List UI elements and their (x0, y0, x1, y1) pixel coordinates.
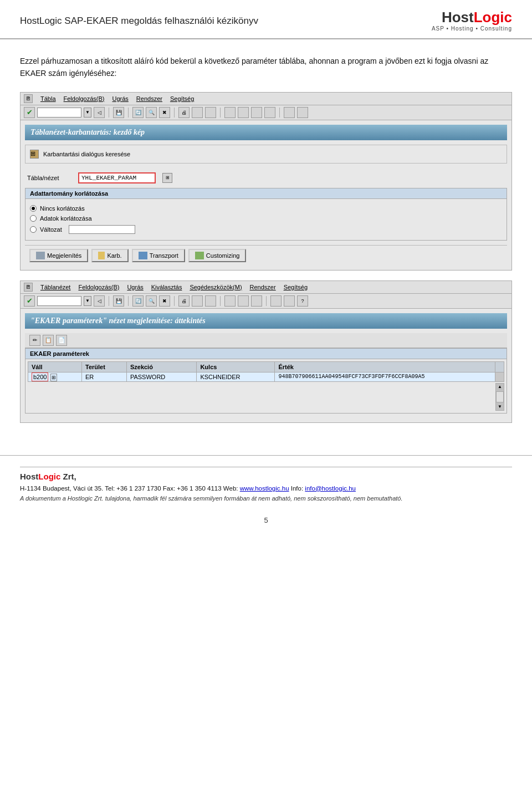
toolbar2-btn-5[interactable] (205, 295, 216, 307)
scrollbar[interactable]: ▲ ▼ (495, 383, 504, 411)
sap-bottom-bar-1: Megjelenítés Karb. Transzport Customizin… (25, 245, 507, 266)
toolbar-sep-2 (128, 108, 129, 118)
menu2-ugras[interactable]: Ugrás (127, 284, 143, 290)
sap-section-ekaer: EKAER paraméterek Váll Terület Szekció K… (25, 348, 507, 414)
toolbar2-combo-arrow[interactable]: ▼ (84, 296, 91, 306)
search-small-btn[interactable]: ⊞ (50, 374, 57, 381)
sap-screen-1: 🖹 Tábla Feldolgozás(B) Ugrás Rendszer Se… (20, 92, 512, 271)
transzport-icon (139, 252, 147, 259)
page-header: HostLogic SAP-EKAER megoldás felhasználó… (0, 0, 532, 39)
toolbar2-back-btn[interactable]: ◁ (94, 295, 105, 307)
table-tool-2[interactable]: 📋 (43, 335, 54, 346)
panel-icon-1: ⊞ (30, 150, 39, 159)
toolbar-btn-2[interactable]: 🔍 (146, 107, 157, 118)
toolbar2-sep-3 (174, 296, 175, 306)
menu-tabla[interactable]: Tábla (40, 95, 56, 102)
toolbar2-btn-9[interactable] (270, 295, 282, 307)
cell-scroll (495, 372, 504, 381)
table-tool-1[interactable]: ✏ (29, 335, 40, 346)
toolbar-back-btn[interactable]: ◁ (94, 107, 105, 118)
toolbar2-btn-1[interactable]: 🔄 (132, 295, 144, 307)
menu2-tablanezet[interactable]: Táblanézet (40, 284, 70, 290)
menu-segitseg[interactable]: Segítség (170, 95, 194, 102)
icon-2: 🔍 (149, 110, 155, 115)
toolbar-btn-7[interactable] (238, 107, 249, 118)
table-view-input[interactable] (78, 172, 156, 183)
stop-icon-2: ✖ (162, 298, 167, 304)
table-view-btn[interactable]: ⊞ (162, 173, 172, 183)
footer-web-label: Web: (223, 485, 238, 492)
variant-input[interactable] (69, 225, 135, 234)
toolbar2-btn-8[interactable] (251, 295, 262, 307)
section-restrict-title: Adattartomány korlátozása (25, 188, 507, 199)
toolbar-check-btn[interactable]: ✔ (24, 107, 35, 118)
page-footer: HostLogic Zrt, H-1134 Budapest, Váci út … (0, 455, 532, 511)
toolbar-save-btn[interactable]: 💾 (113, 107, 124, 118)
page-number: 5 (0, 516, 532, 524)
scroll-down-btn[interactable]: ▼ (498, 404, 502, 410)
menu2-segedeszk[interactable]: Segédeszközök(M) (190, 284, 242, 290)
menu-ugras[interactable]: Ugrás (112, 95, 129, 102)
toolbar-btn-10[interactable] (284, 107, 295, 118)
toolbar-sep-1 (109, 108, 109, 118)
icon-3: ✖ (162, 110, 167, 115)
radio-variant-btn[interactable] (30, 226, 37, 233)
toolbar-btn-11[interactable] (297, 107, 308, 118)
menu2-segitseg[interactable]: Segítség (284, 284, 308, 290)
btn-karb[interactable]: Karb. (91, 249, 128, 262)
table-tool-3[interactable]: 📄 (56, 335, 67, 346)
toolbar-btn-4[interactable] (192, 107, 203, 118)
table-header-row: Váll Terület Szekció Kulcs Érték (28, 361, 504, 372)
toolbar2-btn-10[interactable] (284, 295, 295, 307)
footer-email-link[interactable]: info@hostlogic.hu (305, 485, 356, 492)
toolbar2-sep-1 (109, 296, 109, 306)
toolbar2-btn-6[interactable] (224, 295, 236, 307)
toolbar2-btn-7[interactable] (238, 295, 249, 307)
radio-data-restrict: Adatok korlátozása (30, 213, 502, 223)
toolbar-btn-8[interactable] (251, 107, 262, 118)
print-icon: 🖨 (182, 110, 187, 115)
vall-input[interactable]: b200 (32, 373, 48, 381)
save-icon-2: 💾 (116, 298, 122, 304)
menu2-rendszer[interactable]: Rendszer (250, 284, 276, 290)
toolbar-btn-3[interactable]: ✖ (159, 107, 170, 118)
cell-szekio: PASSWORD (126, 372, 196, 381)
btn-customizing[interactable]: Customizing (188, 249, 247, 262)
toolbar-print-btn[interactable]: 🖨 (178, 107, 190, 118)
footer-divider (20, 467, 512, 467)
footer-legal: A dokumentum a Hostlogic Zrt. tulajdona,… (20, 495, 512, 502)
toolbar2-check-btn[interactable]: ✔ (24, 295, 35, 307)
toolbar2-combo[interactable] (37, 296, 81, 306)
toolbar-btn-6[interactable] (224, 107, 236, 118)
toolbar-btn-5[interactable] (205, 107, 216, 118)
toolbar-combo[interactable] (37, 108, 81, 118)
radio-variant: Változat (30, 223, 502, 236)
scroll-up-btn[interactable]: ▲ (498, 384, 502, 390)
menu2-kivalasztas[interactable]: Kiválasztás (151, 284, 182, 290)
radio-data-restrict-label: Adatok korlátozása (40, 215, 92, 222)
megjelenites-icon (36, 252, 45, 259)
menu-rendszer[interactable]: Rendszer (136, 95, 162, 102)
toolbar-combo-arrow[interactable]: ▼ (84, 108, 91, 118)
toolbar2-print-btn[interactable]: 🖨 (178, 295, 190, 307)
toolbar2-btn-11[interactable]: ? (297, 295, 308, 307)
toolbar2-btn-4[interactable] (192, 295, 203, 307)
toolbar2-btn-2[interactable]: 🔍 (146, 295, 157, 307)
toolbar2-btn-3[interactable]: ✖ (159, 295, 170, 307)
table-row[interactable]: b200 ⊞ ER PASSWORD KSCHNEIDER 948B707906… (28, 372, 504, 381)
check-icon-2: ✔ (27, 297, 33, 305)
radio-no-restrict-btn[interactable] (30, 205, 37, 212)
btn-customizing-label: Customizing (206, 252, 240, 259)
radio-data-restrict-btn[interactable] (30, 215, 37, 222)
btn-transzport[interactable]: Transzport (132, 249, 185, 262)
toolbar-btn-9[interactable] (264, 107, 275, 118)
btn-megjelenites[interactable]: Megjelenítés (29, 249, 88, 262)
toolbar2-save-btn[interactable]: 💾 (113, 295, 124, 307)
menu-feldolgozas[interactable]: Feldolgozás(B) (64, 95, 105, 102)
menu2-feldolgozas[interactable]: Feldolgozás(B) (78, 284, 119, 290)
footer-web-link[interactable]: www.hostlogic.hu (240, 485, 289, 492)
toolbar2-sep-4 (220, 296, 221, 306)
sap-table-wrapper: Váll Terület Szekció Kulcs Érték (25, 359, 507, 413)
toolbar-btn-1[interactable]: 🔄 (132, 107, 144, 118)
logo-host: Host (442, 9, 474, 25)
